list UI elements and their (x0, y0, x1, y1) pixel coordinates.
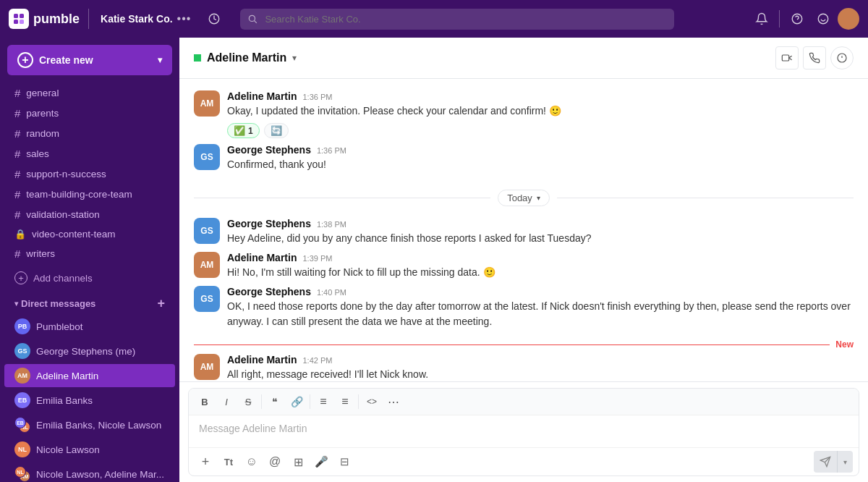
more-format-button[interactable]: ⋯ (383, 392, 404, 412)
message-sender: Adeline Martin (227, 252, 297, 263)
dm-avatar-nl: NL (14, 466, 26, 478)
sidebar-item-random[interactable]: # random (4, 124, 175, 143)
avatar-adeline-2: AM (194, 252, 220, 278)
message-content: Adeline Martin 1:36 PM Okay, I updated t… (227, 90, 854, 138)
dm-item-george[interactable]: GS George Stephens (me) (4, 339, 175, 363)
dm-multi-avatar-2: NL AM (14, 466, 30, 482)
dm-item-nicole-adeline[interactable]: NL AM Nicole Lawson, Adeline Mar... (4, 462, 175, 482)
svg-rect-0 (14, 14, 18, 18)
formatting-toolbar: B I S ❝ 🔗 ≡ ≡ <> ⋯ (189, 389, 859, 415)
link-button[interactable]: 🔗 (286, 392, 307, 412)
message-text: Hi! No, I'm still waiting for Nick to fi… (227, 265, 854, 280)
sidebar-item-support-n-success[interactable]: # support-n-success (4, 164, 175, 184)
sidebar-item-team-building[interactable]: # team-building-core-team (4, 185, 175, 204)
apps-button[interactable]: ⊟ (333, 451, 355, 473)
avatar-george-2: GS (194, 218, 220, 244)
italic-button[interactable]: I (216, 392, 237, 412)
info-button[interactable] (830, 46, 854, 69)
quote-button[interactable]: ❝ (265, 392, 285, 412)
divider-line-right (557, 198, 854, 198)
message-sender: Adeline Martin (227, 90, 297, 102)
notifications-button[interactable] (750, 7, 773, 30)
message-input[interactable]: Message Adeline Martin (189, 415, 859, 447)
message-time: 1:39 PM (302, 254, 332, 263)
send-button[interactable] (814, 451, 837, 473)
sidebar-item-video-content-team[interactable]: 🔒 video-content-team (4, 225, 175, 243)
hash-icon: # (14, 148, 20, 160)
sidebar-item-sales[interactable]: # sales (4, 144, 175, 164)
chat-header-left: Adeline Martin ▾ (194, 51, 775, 64)
sidebar-item-writers[interactable]: # writers (4, 244, 175, 263)
add-dm-button[interactable]: + (157, 296, 165, 311)
avatar-adeline: AM (194, 90, 220, 117)
dm-item-emilia[interactable]: EB Emilia Banks (4, 389, 175, 412)
add-channels-button[interactable]: + Add channels (4, 268, 175, 288)
dm-item-pumblebot[interactable]: PB Pumblebot (4, 315, 175, 338)
dm-item-nicole[interactable]: NL Nicole Lawson (4, 438, 175, 461)
unordered-list-button[interactable]: ≡ (313, 392, 333, 412)
dm-avatar-nicole: NL (14, 441, 30, 457)
dm-name: Nicole Lawson, Adeline Mar... (36, 469, 164, 480)
chat-title: Adeline Martin (207, 51, 286, 64)
add-channels-label: Add channels (33, 273, 93, 284)
hash-icon: # (14, 188, 20, 200)
today-divider: Today ▾ (194, 190, 854, 206)
hash-icon: # (14, 168, 20, 180)
channel-name: team-building-core-team (26, 189, 132, 200)
dm-item-adeline[interactable]: AM Adeline Martin (4, 364, 175, 387)
emoji-picker-button[interactable]: ☺ (241, 451, 263, 473)
today-chevron-icon: ▾ (537, 194, 540, 202)
user-avatar[interactable] (838, 8, 859, 30)
image-upload-button[interactable]: ⊞ (287, 451, 309, 473)
reaction-refresh[interactable]: 🔄 (264, 123, 289, 138)
send-button-group: ▾ (814, 451, 853, 473)
logo-area[interactable]: pumble (9, 9, 89, 29)
dm-item-emilia-nicole[interactable]: EB NL Emilia Banks, Nicole Lawson (4, 413, 175, 436)
help-button[interactable] (786, 7, 809, 30)
message-group: AM Adeline Martin 1:36 PM Okay, I update… (194, 90, 854, 138)
sidebar-item-general[interactable]: # general (4, 83, 175, 103)
today-badge[interactable]: Today ▾ (498, 190, 550, 206)
format-text-button[interactable]: Tt (218, 451, 239, 473)
avatar-adeline-3: AM (194, 354, 220, 380)
dm-section-header[interactable]: ▾ Direct messages + (4, 289, 175, 314)
video-call-button[interactable] (775, 46, 799, 69)
app-layout: + Create new ▾ # general # parents # ran… (0, 0, 868, 482)
dm-name: Adeline Martin (36, 371, 98, 381)
create-new-button[interactable]: + Create new ▾ (7, 45, 172, 75)
dm-collapse-icon: ▾ (14, 300, 18, 308)
search-container (240, 9, 674, 30)
svg-point-9 (818, 14, 828, 24)
code-button[interactable]: <> (362, 392, 382, 412)
chat-title-chevron-icon[interactable]: ▾ (292, 53, 297, 63)
plus-circle-icon: + (17, 52, 33, 68)
dm-name: Emilia Banks, Nicole Lawson (36, 420, 161, 431)
strikethrough-button[interactable]: S (238, 392, 258, 412)
message-placeholder: Message Adeline Martin (199, 423, 307, 434)
chat-header-right (775, 46, 854, 69)
audio-button[interactable]: 🎤 (310, 451, 332, 473)
message-time: 1:36 PM (302, 93, 332, 101)
online-status-dot (194, 54, 201, 62)
audio-call-button[interactable] (803, 46, 826, 69)
sidebar-item-validation-station[interactable]: # validation-station (4, 205, 175, 224)
message-text: All right, message received! I'll let Ni… (227, 367, 854, 381)
app-name: pumble (33, 12, 80, 27)
history-button[interactable] (203, 7, 226, 30)
workspace-selector[interactable]: Katie Stark Co. ••• (95, 12, 197, 25)
reaction-checkmark[interactable]: ✅ 1 (227, 123, 260, 138)
bold-button[interactable]: B (195, 392, 215, 412)
workspace-menu-icon: ••• (177, 12, 192, 25)
emoji-button[interactable] (812, 7, 835, 30)
mention-button[interactable]: @ (264, 451, 286, 473)
divider-line (194, 198, 490, 198)
dm-avatar-pumblebot: PB (14, 318, 30, 334)
message-group-4: AM Adeline Martin 1:39 PM Hi! No, I'm st… (194, 252, 854, 280)
search-input[interactable] (240, 9, 674, 30)
channel-name: support-n-success (26, 169, 106, 179)
attach-button[interactable]: + (195, 451, 216, 473)
send-options-button[interactable]: ▾ (837, 451, 853, 473)
sidebar-item-parents[interactable]: # parents (4, 103, 175, 123)
new-divider-line (194, 344, 830, 345)
ordered-list-button[interactable]: ≡ (335, 392, 355, 412)
